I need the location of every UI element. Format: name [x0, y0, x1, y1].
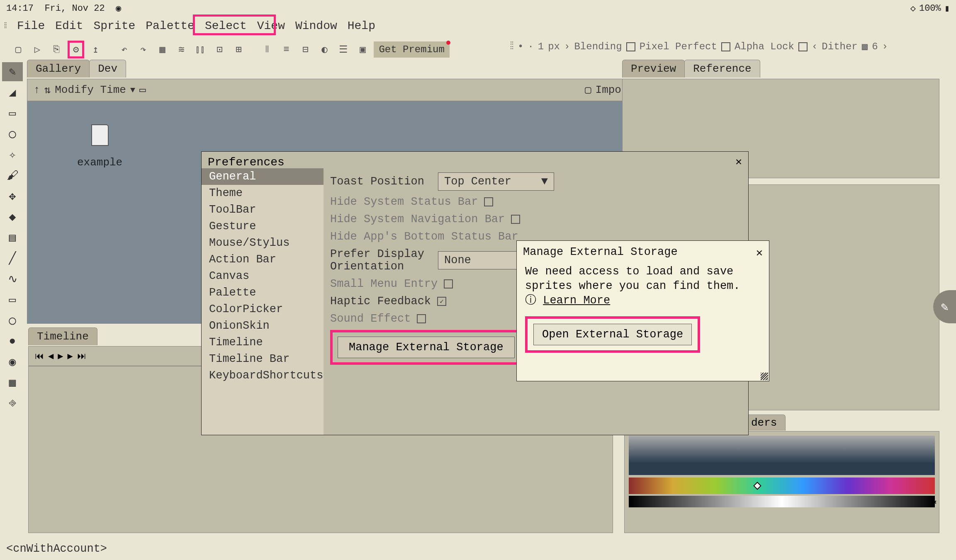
line-tool[interactable]: ╱: [2, 249, 23, 268]
fill-tool[interactable]: ◆: [2, 207, 23, 226]
sliders-icon[interactable]: ⫿⫿: [192, 41, 208, 57]
open-external-storage-button[interactable]: Open External Storage: [533, 324, 692, 345]
folder-icon[interactable]: ▢: [585, 83, 591, 97]
lasso-tool[interactable]: ◯: [2, 124, 23, 143]
saturation-value-picker[interactable]: [629, 436, 935, 475]
drag-grip-icon[interactable]: ⦙⦙: [4, 22, 7, 30]
skip-first-icon[interactable]: ⏮: [35, 351, 44, 362]
settings-button-highlighted[interactable]: ⚙: [68, 41, 84, 58]
curve-tool[interactable]: ∿: [2, 269, 23, 288]
stack-icon[interactable]: ☰: [336, 41, 351, 57]
brush-size-value[interactable]: 1: [538, 41, 544, 52]
resize-icon[interactable]: ⊞: [231, 41, 246, 57]
hue-slider[interactable]: [629, 478, 935, 494]
pattern-tool[interactable]: ▦: [2, 373, 23, 392]
prefs-cat-mouse-stylus[interactable]: Mouse/Stylus: [202, 235, 324, 251]
sort-mode-label[interactable]: Modify Time: [55, 84, 126, 96]
layers-icon[interactable]: ≋: [173, 41, 189, 57]
preferences-close-button[interactable]: ✕: [735, 155, 742, 168]
blending-checkbox[interactable]: [626, 42, 635, 51]
magic-wand-tool[interactable]: ✧: [2, 145, 23, 164]
dither-value[interactable]: 6: [872, 41, 878, 52]
dither-pattern-icon[interactable]: ▩: [862, 41, 868, 53]
tile-icon[interactable]: ▣: [355, 41, 370, 57]
skip-last-icon[interactable]: ⏭: [77, 351, 86, 362]
mirror-x-icon[interactable]: ⦀: [259, 41, 275, 57]
save-icon[interactable]: ⎘: [49, 41, 64, 57]
move-tool[interactable]: ✥: [2, 187, 23, 206]
sort-icon[interactable]: ⇅: [44, 83, 51, 97]
prefs-cat-canvas[interactable]: Canvas: [202, 268, 324, 284]
prefs-cat-action-bar[interactable]: Action Bar: [202, 251, 324, 268]
up-arrow-icon[interactable]: ↑: [34, 84, 40, 96]
ellipse-tool[interactable]: ◯: [2, 311, 23, 330]
brush-ring-icon[interactable]: ·: [528, 41, 533, 52]
redo-icon[interactable]: ↷: [135, 41, 151, 57]
crop-icon[interactable]: ⊡: [212, 41, 227, 57]
open-folder-icon[interactable]: ▷: [29, 41, 45, 57]
ink-tool[interactable]: ◉: [2, 352, 23, 371]
manage-external-storage-button[interactable]: Manage External Storage: [338, 337, 515, 358]
learn-more-link[interactable]: Learn More: [543, 294, 610, 307]
menu-file[interactable]: File: [17, 19, 45, 32]
tab-dev[interactable]: Dev: [89, 60, 126, 78]
hide-nav-bar-checkbox[interactable]: [511, 215, 520, 224]
new-file-icon[interactable]: ▢: [10, 41, 26, 57]
prefs-cat-toolbar[interactable]: ToolBar: [202, 201, 324, 218]
prefs-cat-timeline-bar[interactable]: Timeline Bar: [202, 351, 324, 367]
grid-icon[interactable]: ▦: [154, 41, 170, 57]
lock-tool[interactable]: ⎆: [2, 394, 23, 413]
flip-icon[interactable]: ⊟: [297, 41, 313, 57]
small-menu-checkbox[interactable]: [444, 279, 453, 288]
pencil-tool[interactable]: ✎: [2, 62, 23, 81]
toast-position-select[interactable]: Top Center ▼: [438, 172, 554, 191]
menu-sprite[interactable]: Sprite: [93, 19, 135, 32]
menu-palette[interactable]: Palette: [146, 19, 195, 32]
dither-label[interactable]: Dither: [822, 41, 857, 52]
prefs-cat-gesture[interactable]: Gesture: [202, 218, 324, 235]
prefs-cat-colorpicker[interactable]: ColorPicker: [202, 301, 324, 318]
mirror-y-icon[interactable]: ≡: [278, 41, 294, 57]
prefs-cat-general[interactable]: General: [202, 168, 324, 185]
value-slider[interactable]: ✱: [629, 496, 935, 507]
hide-status-bar-checkbox[interactable]: [484, 197, 493, 206]
view-mode-icon[interactable]: ▭: [139, 83, 146, 97]
menu-edit[interactable]: Edit: [55, 19, 83, 32]
blending-label[interactable]: Blending: [574, 41, 622, 52]
sort-dropdown-icon[interactable]: ▼: [130, 85, 135, 95]
brush-dot-icon[interactable]: •: [518, 41, 523, 52]
blur-tool[interactable]: ●: [2, 332, 23, 351]
menu-view[interactable]: View: [257, 19, 285, 32]
pixel-perfect-checkbox[interactable]: [721, 42, 730, 51]
haptic-checkbox[interactable]: ✓: [437, 297, 446, 306]
rect-tool[interactable]: ▭: [2, 290, 23, 309]
next-frame-icon[interactable]: ▶: [68, 351, 73, 362]
export-icon[interactable]: ↥: [88, 41, 103, 57]
prefs-cat-keyboard-shortcuts[interactable]: KeyboardShortcuts: [202, 367, 324, 384]
menu-help[interactable]: Help: [348, 19, 375, 32]
prefs-cat-theme[interactable]: Theme: [202, 185, 324, 201]
tab-reference[interactable]: Reference: [684, 60, 760, 78]
alpha-lock-checkbox[interactable]: [798, 42, 808, 51]
resize-handle-icon[interactable]: [761, 373, 768, 380]
tab-preview[interactable]: Preview: [622, 60, 685, 78]
get-premium-button[interactable]: Get Premium: [374, 41, 449, 58]
alpha-lock-label[interactable]: Alpha Lock: [735, 41, 794, 52]
tab-gallery[interactable]: Gallery: [27, 60, 90, 78]
drag-grip-icon[interactable]: ⦙⦙: [510, 41, 513, 52]
eraser-tool[interactable]: ◢: [2, 83, 23, 102]
external-popup-close-button[interactable]: ✕: [756, 246, 763, 259]
prefs-cat-timeline[interactable]: Timeline: [202, 334, 324, 351]
gallery-file-item[interactable]: example: [77, 124, 122, 169]
menu-select[interactable]: Select: [205, 19, 247, 32]
prefs-cat-onionskin[interactable]: OnionSkin: [202, 318, 324, 334]
pixel-perfect-label[interactable]: Pixel Perfect: [640, 41, 717, 52]
menu-window[interactable]: Window: [295, 19, 337, 32]
prev-frame-icon[interactable]: ◀: [48, 351, 54, 362]
gradient-tool[interactable]: ▤: [2, 228, 23, 247]
tab-ders[interactable]: ders: [742, 415, 786, 431]
brush-tool[interactable]: 🖌: [2, 166, 23, 185]
undo-icon[interactable]: ↶: [116, 41, 132, 57]
tab-timeline[interactable]: Timeline: [28, 327, 97, 345]
rotate-icon[interactable]: ◐: [316, 41, 332, 57]
